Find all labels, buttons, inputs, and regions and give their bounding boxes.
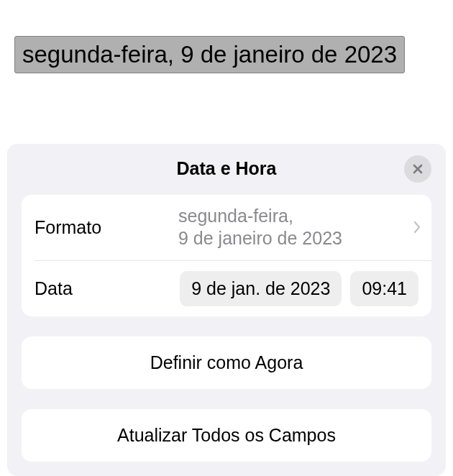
inserted-date-field[interactable]: segunda-feira, 9 de janeiro de 2023 [14, 36, 405, 73]
set-now-button[interactable]: Definir como Agora [22, 337, 431, 389]
update-all-fields-button[interactable]: Atualizar Todos os Campos [22, 409, 431, 462]
close-button[interactable] [404, 155, 431, 183]
close-icon [412, 163, 424, 175]
data-row: Data 9 de jan. de 2023 09:41 [22, 261, 431, 316]
date-picker-button[interactable]: 9 de jan. de 2023 [180, 271, 342, 306]
chevron-right-icon[interactable] [413, 221, 421, 234]
time-picker-button[interactable]: 09:41 [350, 271, 418, 306]
data-label: Data [35, 278, 171, 299]
settings-card: Formato segunda-feira, 9 de janeiro de 2… [22, 195, 431, 316]
format-row[interactable]: Formato segunda-feira, 9 de janeiro de 2… [22, 195, 431, 260]
document-area: segunda-feira, 9 de janeiro de 2023 [0, 0, 453, 88]
panel-title: Data e Hora [177, 158, 277, 178]
format-value-line1: segunda-feira, [178, 205, 406, 227]
date-time-panel: Data e Hora Formato segunda-feira, 9 de … [7, 144, 446, 476]
format-value: segunda-feira, 9 de janeiro de 2023 [178, 205, 418, 250]
format-label: Formato [35, 217, 178, 238]
format-value-line2: 9 de janeiro de 2023 [178, 227, 406, 250]
panel-header: Data e Hora [22, 158, 431, 179]
